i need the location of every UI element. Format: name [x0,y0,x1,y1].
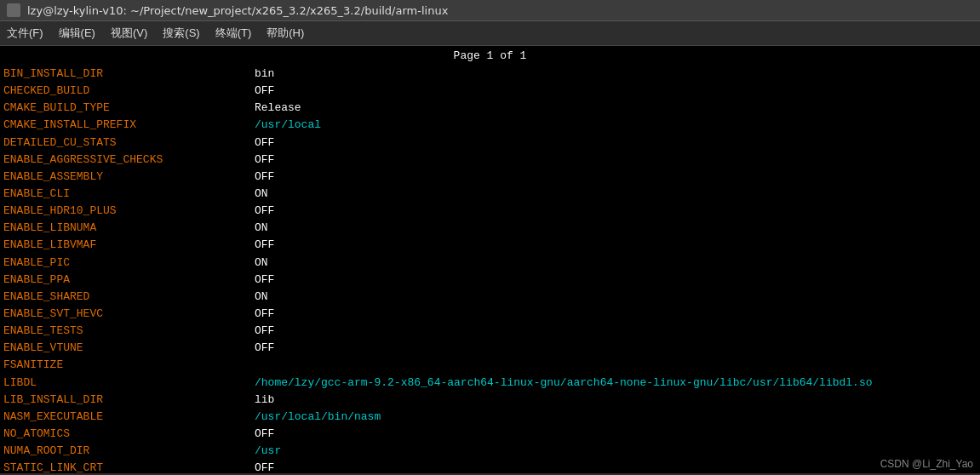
table-row: CMAKE_INSTALL_PREFIX/usr/local [3,117,977,134]
cmake-key: CMAKE_INSTALL_PREFIX [3,117,255,134]
title-bar: lzy@lzy-kylin-v10: ~/Project/new_project… [0,0,980,21]
table-row: NO_ATOMICSOFF [3,426,977,443]
cmake-key: LIB_INSTALL_DIR [3,392,255,409]
cmake-value: Release [255,100,977,117]
cmake-key: DETAILED_CU_STATS [3,134,255,152]
cmake-value: /usr/local [255,117,977,134]
table-row: ENABLE_CLION [3,186,977,203]
table-row: FSANITIZE [3,357,977,374]
cmake-key: NUMA_ROOT_DIR [3,443,255,460]
cmake-value: OFF [255,169,977,186]
cmake-key: ENABLE_CLI [3,186,255,203]
menu-item[interactable]: 帮助(H) [260,24,311,43]
cmake-value: ON [255,255,977,272]
cmake-value: OFF [255,272,977,289]
page-header: Page 1 of 1 [0,46,980,66]
cmake-value: OFF [255,134,977,152]
table-row: NASM_EXECUTABLE/usr/local/bin/nasm [3,409,977,426]
cmake-value: ON [255,220,977,237]
cmake-value: /usr [255,443,977,460]
cmake-key: ENABLE_SHARED [3,289,255,306]
table-row: STATIC_LINK_CRTOFF [3,460,977,473]
table-row: DETAILED_CU_STATSOFF [3,134,977,152]
cmake-key: CHECKED_BUILD [3,83,255,100]
table-row: CMAKE_BUILD_TYPERelease [3,100,977,117]
table-row: BIN_INSTALL_DIRbin [3,66,977,83]
cmake-key: ENABLE_AGGRESSIVE_CHECKS [3,152,255,169]
table-row: ENABLE_SHAREDON [3,289,977,306]
cmake-value: OFF [255,460,977,473]
menu-item[interactable]: 终端(T) [209,24,259,43]
cmake-key: ENABLE_LIBNUMA [3,220,255,237]
cmake-key: NASM_EXECUTABLE [3,409,255,426]
cmake-value: OFF [255,83,977,100]
table-row: ENABLE_PICON [3,255,977,272]
cmake-key: NO_ATOMICS [3,426,255,443]
watermark: CSDN @Li_Zhi_Yao [880,458,973,470]
table-row: ENABLE_TESTSOFF [3,323,977,340]
menu-item[interactable]: 编辑(E) [52,24,102,43]
table-row: CHECKED_BUILDOFF [3,83,977,100]
table-row: ENABLE_PPAOFF [3,272,977,289]
cmake-value: /usr/local/bin/nasm [255,409,977,426]
cmake-value: OFF [255,323,977,340]
terminal-area: Page 1 of 1 BIN_INSTALL_DIRbinCHECKED_BU… [0,46,980,473]
cmake-value: OFF [255,306,977,323]
app-icon [7,3,20,17]
cmake-key: BIN_INSTALL_DIR [3,66,255,83]
menu-item[interactable]: 文件(F) [0,24,50,43]
cmake-key: ENABLE_HDR10_PLUS [3,203,255,220]
cmake-key: ENABLE_PPA [3,272,255,289]
cmake-value [255,357,977,374]
cmake-value: OFF [255,152,977,169]
table-row: ENABLE_LIBNUMAON [3,220,977,237]
cmake-key: ENABLE_VTUNE [3,340,255,357]
table-row: LIB_INSTALL_DIRlib [3,392,977,409]
cmake-value: ON [255,289,977,306]
cmake-value: lib [255,392,977,409]
menu-item[interactable]: 视图(V) [104,24,154,43]
table-row: ENABLE_AGGRESSIVE_CHECKSOFF [3,152,977,169]
cmake-value: OFF [255,426,977,443]
cmake-table: BIN_INSTALL_DIRbinCHECKED_BUILDOFFCMAKE_… [0,66,980,473]
cmake-key: ENABLE_LIBVMAF [3,237,255,254]
table-row: NUMA_ROOT_DIR/usr [3,443,977,460]
table-row: ENABLE_HDR10_PLUSOFF [3,203,977,220]
cmake-value: bin [255,66,977,83]
cmake-key: CMAKE_BUILD_TYPE [3,100,255,117]
cmake-value: OFF [255,203,977,220]
cmake-key: STATIC_LINK_CRT [3,460,255,473]
title-bar-text: lzy@lzy-kylin-v10: ~/Project/new_project… [27,4,448,17]
cmake-key: ENABLE_SVT_HEVC [3,306,255,323]
cmake-value: OFF [255,340,977,357]
cmake-key: ENABLE_ASSEMBLY [3,169,255,186]
cmake-value: OFF [255,237,977,254]
table-row: ENABLE_SVT_HEVCOFF [3,306,977,323]
cmake-key: FSANITIZE [3,357,255,374]
menu-item[interactable]: 搜索(S) [156,24,206,43]
table-row: ENABLE_VTUNEOFF [3,340,977,357]
cmake-key: ENABLE_PIC [3,255,255,272]
cmake-key: ENABLE_TESTS [3,323,255,340]
table-row: ENABLE_LIBVMAFOFF [3,237,977,254]
table-row: LIBDL/home/lzy/gcc-arm-9.2-x86_64-aarch6… [3,375,977,392]
menu-bar: 文件(F)编辑(E)视图(V)搜索(S)终端(T)帮助(H) [0,21,980,46]
cmake-value: ON [255,186,977,203]
cmake-key: LIBDL [3,375,255,392]
table-row: ENABLE_ASSEMBLYOFF [3,169,977,186]
cmake-value: /home/lzy/gcc-arm-9.2-x86_64-aarch64-lin… [255,375,977,392]
